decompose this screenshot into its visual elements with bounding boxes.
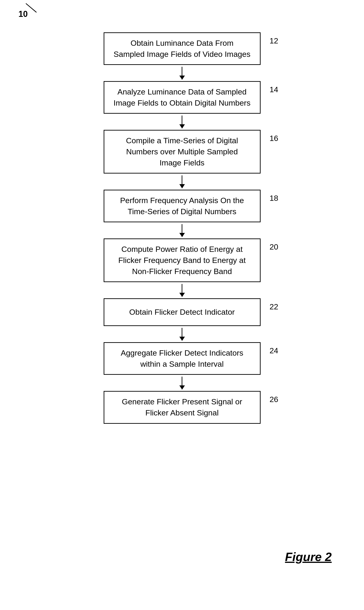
step-wrapper-20: Compute Power Ratio of Energy atFlicker … (0, 238, 364, 282)
step-box-24: Aggregate Flicker Detect Indicatorswithi… (104, 342, 260, 375)
step-12-text: Obtain Luminance Data FromSampled Image … (114, 38, 250, 60)
step-22-text: Obtain Flicker Detect Indicator (129, 307, 235, 318)
step-wrapper-12: Obtain Luminance Data FromSampled Image … (0, 32, 364, 65)
arrow-2 (182, 114, 182, 130)
step-wrapper-18: Perform Frequency Analysis On theTime-Se… (0, 190, 364, 222)
step-box-12: Obtain Luminance Data FromSampled Image … (104, 32, 260, 65)
step-wrapper-14: Analyze Luminance Data of SampledImage F… (0, 81, 364, 114)
step-wrapper-16: Compile a Time-Series of DigitalNumbers … (0, 130, 364, 174)
arrow-5 (182, 282, 182, 298)
step-box-16: Compile a Time-Series of DigitalNumbers … (104, 130, 260, 174)
arrow-4 (182, 222, 182, 238)
step-box-18: Perform Frequency Analysis On theTime-Se… (104, 190, 260, 222)
step-26-text: Generate Flicker Present Signal orFlicke… (122, 396, 242, 418)
step-16-text: Compile a Time-Series of DigitalNumbers … (126, 135, 238, 168)
arrow-line-6 (182, 328, 182, 340)
step-wrapper-22: Obtain Flicker Detect Indicator 22 (0, 298, 364, 326)
arrow-7 (182, 375, 182, 391)
step-number-18: 18 (270, 193, 278, 204)
step-box-26: Generate Flicker Present Signal orFlicke… (104, 391, 260, 423)
step-number-22: 22 (270, 301, 278, 312)
arrow-line-1 (182, 67, 182, 80)
arrow-line-2 (182, 116, 182, 128)
step-number-20: 20 (270, 242, 278, 253)
arrow-line-3 (182, 175, 182, 188)
arrow-line-4 (182, 224, 182, 237)
figure-caption: Figure 2 (285, 550, 332, 564)
step-wrapper-24: Aggregate Flicker Detect Indicatorswithi… (0, 342, 364, 375)
flowchart: Obtain Luminance Data FromSampled Image … (0, 14, 364, 424)
step-24-text: Aggregate Flicker Detect Indicatorswithi… (121, 348, 243, 369)
arrow-6 (182, 326, 182, 342)
arrow-3 (182, 174, 182, 190)
step-box-14: Analyze Luminance Data of SampledImage F… (104, 81, 260, 114)
step-number-24: 24 (270, 345, 278, 356)
arrow-line-7 (182, 377, 182, 389)
step-14-text: Analyze Luminance Data of SampledImage F… (114, 86, 250, 108)
step-18-text: Perform Frequency Analysis On theTime-Se… (120, 195, 244, 217)
step-number-26: 26 (270, 394, 278, 405)
diagram-container: 10 Obtain Luminance Data FromSampled Ima… (0, 0, 364, 610)
step-box-22: Obtain Flicker Detect Indicator 22 (104, 298, 260, 326)
arrow-line-5 (182, 284, 182, 297)
arrow-1 (182, 65, 182, 81)
step-number-16: 16 (270, 133, 278, 144)
step-number-14: 14 (270, 84, 278, 95)
step-box-20: Compute Power Ratio of Energy atFlicker … (104, 238, 260, 282)
step-20-text: Compute Power Ratio of Energy atFlicker … (118, 244, 246, 277)
step-number-12: 12 (270, 35, 278, 46)
step-wrapper-26: Generate Flicker Present Signal orFlicke… (0, 391, 364, 423)
